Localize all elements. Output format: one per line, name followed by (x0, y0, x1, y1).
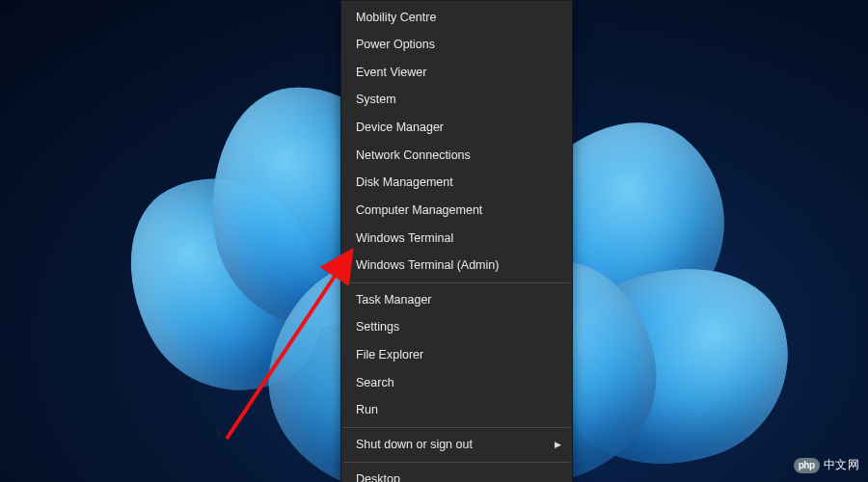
menu-item-mobility-centre[interactable]: Mobility Centre (342, 4, 571, 32)
menu-separator (343, 282, 570, 283)
menu-item-windows-terminal-admin[interactable]: Windows Terminal (Admin) (342, 253, 571, 281)
menu-item-shut-down-sign-out[interactable]: Shut down or sign out ▶ (342, 431, 571, 459)
watermark-badge: php (794, 458, 820, 473)
menu-item-label: Settings (356, 320, 399, 334)
menu-item-label: Mobility Centre (356, 11, 436, 24)
menu-item-label: Search (356, 376, 394, 389)
menu-item-label: File Explorer (356, 348, 423, 362)
menu-item-label: Computer Management (356, 203, 482, 217)
menu-separator (343, 427, 570, 428)
menu-item-computer-management[interactable]: Computer Management (342, 197, 571, 225)
watermark: php 中文网 (794, 457, 859, 473)
menu-item-label: Task Manager (356, 293, 432, 307)
menu-item-label: Run (356, 403, 378, 416)
menu-item-desktop[interactable]: Desktop (342, 466, 571, 482)
menu-separator (343, 462, 570, 463)
menu-item-label: Windows Terminal (Admin) (356, 258, 499, 272)
menu-item-file-explorer[interactable]: File Explorer (342, 342, 571, 370)
menu-item-label: Network Connections (356, 148, 471, 162)
menu-item-label: Disk Management (356, 175, 453, 189)
menu-item-search[interactable]: Search (342, 369, 571, 397)
menu-item-power-options[interactable]: Power Options (342, 32, 571, 60)
watermark-text: 中文网 (824, 457, 860, 473)
menu-item-event-viewer[interactable]: Event Viewer (342, 59, 571, 87)
menu-item-label: Device Manager (356, 120, 444, 134)
menu-item-network-connections[interactable]: Network Connections (342, 142, 571, 170)
menu-item-label: Shut down or sign out (356, 438, 473, 451)
menu-item-run[interactable]: Run (342, 397, 571, 425)
menu-item-task-manager[interactable]: Task Manager (342, 286, 571, 314)
menu-item-settings[interactable]: Settings (342, 314, 571, 342)
menu-item-label: Event Viewer (356, 66, 426, 79)
menu-item-label: System (356, 93, 396, 106)
menu-item-label: Desktop (356, 472, 400, 483)
menu-item-device-manager[interactable]: Device Manager (342, 115, 571, 143)
menu-item-label: Power Options (356, 38, 435, 51)
winx-context-menu: Mobility Centre Power Options Event View… (340, 0, 573, 482)
menu-item-windows-terminal[interactable]: Windows Terminal (342, 225, 571, 253)
menu-item-system[interactable]: System (342, 87, 571, 115)
chevron-right-icon: ▶ (555, 440, 561, 450)
menu-item-disk-management[interactable]: Disk Management (342, 170, 571, 198)
menu-item-label: Windows Terminal (356, 231, 453, 245)
